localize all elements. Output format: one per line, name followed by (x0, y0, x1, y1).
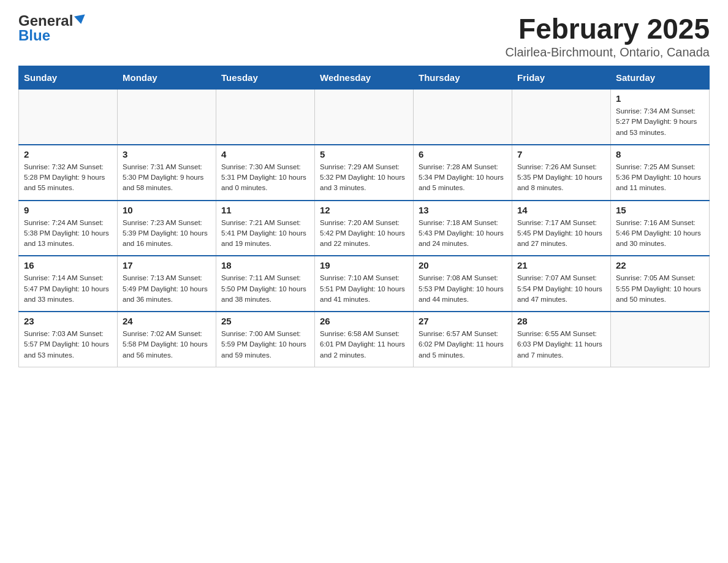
col-tuesday: Tuesday (216, 66, 315, 90)
day-info: Sunrise: 6:58 AM Sunset: 6:01 PM Dayligh… (320, 329, 408, 361)
day-info: Sunrise: 6:55 AM Sunset: 6:03 PM Dayligh… (517, 329, 605, 361)
day-info: Sunrise: 7:32 AM Sunset: 5:28 PM Dayligh… (24, 162, 112, 194)
day-info: Sunrise: 7:14 AM Sunset: 5:47 PM Dayligh… (24, 273, 112, 305)
day-info: Sunrise: 7:26 AM Sunset: 5:35 PM Dayligh… (517, 162, 605, 194)
table-row (216, 90, 315, 145)
day-number: 13 (419, 205, 507, 215)
logo-blue-text: Blue (18, 27, 50, 44)
calendar-week-row: 1Sunrise: 7:34 AM Sunset: 5:27 PM Daylig… (19, 90, 710, 145)
table-row: 4Sunrise: 7:30 AM Sunset: 5:31 PM Daylig… (216, 145, 315, 201)
calendar-week-row: 23Sunrise: 7:03 AM Sunset: 5:57 PM Dayli… (19, 312, 710, 367)
table-row: 9Sunrise: 7:24 AM Sunset: 5:38 PM Daylig… (19, 201, 118, 256)
day-info: Sunrise: 6:57 AM Sunset: 6:02 PM Dayligh… (419, 329, 507, 361)
day-info: Sunrise: 7:10 AM Sunset: 5:51 PM Dayligh… (320, 273, 408, 305)
day-number: 15 (616, 205, 704, 215)
col-thursday: Thursday (414, 66, 512, 90)
day-info: Sunrise: 7:31 AM Sunset: 5:30 PM Dayligh… (123, 162, 211, 194)
day-number: 12 (320, 205, 408, 215)
day-info: Sunrise: 7:30 AM Sunset: 5:31 PM Dayligh… (221, 162, 309, 194)
table-row: 11Sunrise: 7:21 AM Sunset: 5:41 PM Dayli… (216, 201, 315, 256)
table-row: 10Sunrise: 7:23 AM Sunset: 5:39 PM Dayli… (118, 201, 216, 256)
day-number: 5 (320, 149, 408, 159)
day-info: Sunrise: 7:17 AM Sunset: 5:45 PM Dayligh… (517, 218, 605, 250)
day-info: Sunrise: 7:23 AM Sunset: 5:39 PM Dayligh… (123, 218, 211, 250)
col-sunday: Sunday (19, 66, 118, 90)
table-row (118, 90, 216, 145)
day-number: 19 (320, 260, 408, 270)
day-number: 3 (123, 149, 211, 159)
table-row: 5Sunrise: 7:29 AM Sunset: 5:32 PM Daylig… (315, 145, 414, 201)
day-number: 8 (616, 149, 704, 159)
day-number: 25 (221, 316, 309, 326)
table-row (315, 90, 414, 145)
table-row: 2Sunrise: 7:32 AM Sunset: 5:28 PM Daylig… (19, 145, 118, 201)
table-row: 23Sunrise: 7:03 AM Sunset: 5:57 PM Dayli… (19, 312, 118, 367)
table-row: 15Sunrise: 7:16 AM Sunset: 5:46 PM Dayli… (611, 201, 710, 256)
calendar-title: February 2025 (506, 12, 710, 45)
page-header: General Blue February 2025 Clairlea-Birc… (18, 12, 710, 59)
day-number: 6 (419, 149, 507, 159)
calendar-week-row: 16Sunrise: 7:14 AM Sunset: 5:47 PM Dayli… (19, 256, 710, 312)
table-row: 17Sunrise: 7:13 AM Sunset: 5:49 PM Dayli… (118, 256, 216, 312)
day-info: Sunrise: 7:34 AM Sunset: 5:27 PM Dayligh… (616, 106, 704, 138)
day-number: 17 (123, 260, 211, 270)
day-info: Sunrise: 7:07 AM Sunset: 5:54 PM Dayligh… (517, 273, 605, 305)
calendar-week-row: 2Sunrise: 7:32 AM Sunset: 5:28 PM Daylig… (19, 145, 710, 201)
col-friday: Friday (512, 66, 611, 90)
day-number: 4 (221, 149, 309, 159)
table-row: 18Sunrise: 7:11 AM Sunset: 5:50 PM Dayli… (216, 256, 315, 312)
table-row: 12Sunrise: 7:20 AM Sunset: 5:42 PM Dayli… (315, 201, 414, 256)
calendar-week-row: 9Sunrise: 7:24 AM Sunset: 5:38 PM Daylig… (19, 201, 710, 256)
day-info: Sunrise: 7:03 AM Sunset: 5:57 PM Dayligh… (24, 329, 112, 361)
table-row: 6Sunrise: 7:28 AM Sunset: 5:34 PM Daylig… (414, 145, 512, 201)
day-info: Sunrise: 7:05 AM Sunset: 5:55 PM Dayligh… (616, 273, 704, 305)
day-info: Sunrise: 7:29 AM Sunset: 5:32 PM Dayligh… (320, 162, 408, 194)
day-number: 28 (517, 316, 605, 326)
day-info: Sunrise: 7:28 AM Sunset: 5:34 PM Dayligh… (419, 162, 507, 194)
table-row (611, 312, 710, 367)
table-row (19, 90, 118, 145)
day-number: 21 (517, 260, 605, 270)
col-monday: Monday (118, 66, 216, 90)
day-number: 23 (24, 316, 112, 326)
day-info: Sunrise: 7:11 AM Sunset: 5:50 PM Dayligh… (221, 273, 309, 305)
day-info: Sunrise: 7:02 AM Sunset: 5:58 PM Dayligh… (123, 329, 211, 361)
day-info: Sunrise: 7:00 AM Sunset: 5:59 PM Dayligh… (221, 329, 309, 361)
table-row: 16Sunrise: 7:14 AM Sunset: 5:47 PM Dayli… (19, 256, 118, 312)
calendar-subtitle: Clairlea-Birchmount, Ontario, Canada (506, 45, 710, 59)
day-info: Sunrise: 7:25 AM Sunset: 5:36 PM Dayligh… (616, 162, 704, 194)
table-row: 8Sunrise: 7:25 AM Sunset: 5:36 PM Daylig… (611, 145, 710, 201)
day-number: 11 (221, 205, 309, 215)
day-number: 9 (24, 205, 112, 215)
table-row: 24Sunrise: 7:02 AM Sunset: 5:58 PM Dayli… (118, 312, 216, 367)
day-number: 27 (419, 316, 507, 326)
table-row: 1Sunrise: 7:34 AM Sunset: 5:27 PM Daylig… (611, 90, 710, 145)
day-number: 14 (517, 205, 605, 215)
calendar-table: Sunday Monday Tuesday Wednesday Thursday… (18, 66, 710, 367)
table-row: 13Sunrise: 7:18 AM Sunset: 5:43 PM Dayli… (414, 201, 512, 256)
day-number: 7 (517, 149, 605, 159)
table-row: 19Sunrise: 7:10 AM Sunset: 5:51 PM Dayli… (315, 256, 414, 312)
table-row: 22Sunrise: 7:05 AM Sunset: 5:55 PM Dayli… (611, 256, 710, 312)
day-number: 10 (123, 205, 211, 215)
day-info: Sunrise: 7:21 AM Sunset: 5:41 PM Dayligh… (221, 218, 309, 250)
day-info: Sunrise: 7:16 AM Sunset: 5:46 PM Dayligh… (616, 218, 704, 250)
calendar-header-row: Sunday Monday Tuesday Wednesday Thursday… (19, 66, 710, 90)
table-row: 14Sunrise: 7:17 AM Sunset: 5:45 PM Dayli… (512, 201, 611, 256)
day-info: Sunrise: 7:13 AM Sunset: 5:49 PM Dayligh… (123, 273, 211, 305)
table-row: 21Sunrise: 7:07 AM Sunset: 5:54 PM Dayli… (512, 256, 611, 312)
col-wednesday: Wednesday (315, 66, 414, 90)
day-number: 16 (24, 260, 112, 270)
table-row: 3Sunrise: 7:31 AM Sunset: 5:30 PM Daylig… (118, 145, 216, 201)
logo: General Blue (18, 12, 86, 44)
table-row: 7Sunrise: 7:26 AM Sunset: 5:35 PM Daylig… (512, 145, 611, 201)
day-info: Sunrise: 7:08 AM Sunset: 5:53 PM Dayligh… (419, 273, 507, 305)
table-row: 20Sunrise: 7:08 AM Sunset: 5:53 PM Dayli… (414, 256, 512, 312)
day-number: 24 (123, 316, 211, 326)
table-row: 28Sunrise: 6:55 AM Sunset: 6:03 PM Dayli… (512, 312, 611, 367)
day-info: Sunrise: 7:20 AM Sunset: 5:42 PM Dayligh… (320, 218, 408, 250)
table-row: 25Sunrise: 7:00 AM Sunset: 5:59 PM Dayli… (216, 312, 315, 367)
day-info: Sunrise: 7:24 AM Sunset: 5:38 PM Dayligh… (24, 218, 112, 250)
title-block: February 2025 Clairlea-Birchmount, Ontar… (506, 12, 710, 59)
day-info: Sunrise: 7:18 AM Sunset: 5:43 PM Dayligh… (419, 218, 507, 250)
